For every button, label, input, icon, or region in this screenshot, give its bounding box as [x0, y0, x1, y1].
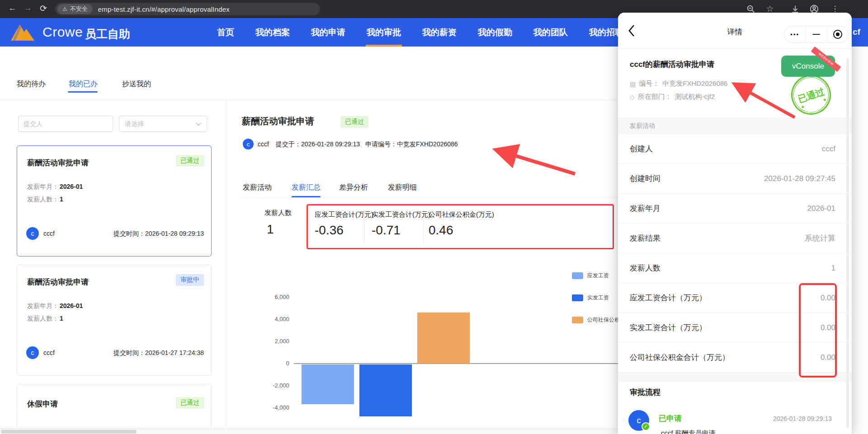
section-label: 发薪活动 [630, 122, 655, 130]
detail-tab-diff[interactable]: 差异分析 [339, 183, 368, 192]
status-badge: 审批中 [176, 274, 204, 286]
status-select[interactable]: 请选择 [119, 116, 207, 132]
stat-social-value: 0.46 [429, 223, 453, 238]
y-tick-label: -2,000 [242, 382, 289, 389]
row-label: 创建人 [630, 144, 653, 154]
card-field-month: 发薪年月：2026-01 [27, 302, 83, 310]
browser-forward-icon[interactable]: → [24, 3, 32, 13]
scrollbar-thumb[interactable] [1, 430, 137, 434]
tab-my-done[interactable]: 我的已办 [69, 79, 98, 89]
detail-tab-lines[interactable]: 发薪明细 [388, 183, 417, 192]
nav-item-my-leave[interactable]: 我的假勤 [478, 18, 512, 47]
time-label: 提交时间： [113, 349, 145, 356]
layers-icon: ▤ [630, 80, 636, 88]
panel-card-title: cccf的薪酬活动审批申请 [630, 59, 714, 70]
bar-应发工资 [302, 364, 354, 404]
more-icon[interactable]: ••• [784, 26, 805, 42]
stat-people-label: 发薪人数 [264, 209, 292, 217]
detail-username: cccf [258, 140, 269, 148]
nav-item-my-approvals[interactable]: 我的审批 [367, 18, 401, 47]
stat-people-value: 1 [267, 222, 274, 237]
vconsole-button[interactable]: vConsole WEBVIEW [781, 56, 835, 77]
row-value: cccf [822, 145, 835, 154]
no-label: 申请编号： [365, 140, 397, 148]
browser-back-icon[interactable]: ← [8, 3, 17, 13]
check-icon: ✓ [642, 422, 650, 431]
card-title: 休假申请 [27, 399, 58, 409]
detail-title: 薪酬活动审批申请 [242, 115, 314, 127]
legend-swatch [572, 294, 583, 301]
tabs-divider [0, 100, 618, 100]
row-label: 发薪人数 [630, 263, 660, 273]
detail-overlay-panel: 详情 ••• — cccf的薪酬活动审批申请 ▤ 编号：中竞发FXHD20260… [618, 13, 852, 434]
y-tick-label: 4,000 [242, 316, 289, 322]
panel-meta-number: ▤ 编号：中竞发FXHD2026086 [630, 79, 727, 88]
approval-card-2[interactable]: 薪酬活动审批申请 审批中 发薪年月：2026-01 发薪人数：1 c cccf … [17, 265, 212, 376]
nav-item-my-files[interactable]: 我的档案 [255, 18, 290, 47]
active-nav-underline [366, 45, 402, 47]
panel-section-activity: 发薪活动 [618, 117, 852, 134]
nav-item-my-team[interactable]: 我的团队 [533, 18, 568, 47]
tab-my-todo[interactable]: 我的待办 [17, 79, 46, 89]
submitter-search-input[interactable] [18, 116, 113, 132]
nav-menu: 首页 我的档案 我的申请 我的审批 我的薪资 我的假勤 我的团队 我的招聘 [217, 18, 623, 47]
security-label: 不安全 [70, 5, 88, 13]
card-submit-time: 提交时间：2026-01-27 17:24:38 [113, 349, 204, 357]
salary-bar-chart: 6,0004,0002,0000-2,000-4,000 应发工资实发工资公司社… [242, 270, 618, 429]
detail-submit-time: 提交于：2026-01-28 09:29:13 [276, 140, 360, 149]
row-value: 2026-01 [807, 204, 835, 213]
row-value: 1 [831, 264, 835, 273]
security-chip[interactable]: ⚠ 不安全 [57, 4, 93, 14]
vconsole-label: vConsole [792, 62, 824, 71]
card-username: cccf [43, 230, 55, 237]
address-bar[interactable]: ⚠ 不安全 emp-test.zjf-it.cn/#/approval/appr… [55, 3, 320, 15]
nav-item-home[interactable]: 首页 [217, 18, 234, 47]
legend-label: 实发工资 [587, 294, 609, 302]
chevron-down-icon [196, 122, 201, 126]
nav-item-my-applications[interactable]: 我的申请 [311, 18, 345, 47]
legend-item-应发工资[interactable]: 应发工资 [572, 272, 618, 280]
legend-item-公司社保公积金[interactable]: 公司社保公积金 [572, 316, 618, 324]
row-value: 2026-01-28 09:27:45 [764, 174, 835, 183]
field-value: 2026-01 [60, 302, 83, 309]
url-text[interactable]: emp-test.zjf-it.cn/#/approval/approvalIn… [98, 5, 230, 13]
stat-net-label: 实发工资合计(万元) [372, 210, 430, 219]
card-field-count: 发薪人数：1 [27, 315, 63, 323]
y-tick-label: 2,000 [242, 338, 289, 345]
row-value: 0.00 [821, 353, 835, 362]
status-badge: 已通过 [176, 155, 204, 167]
time-label: 提交时间： [113, 230, 145, 237]
row-label: 公司社保公积金合计（万元） [630, 352, 730, 363]
nav-item-my-salary[interactable]: 我的薪资 [422, 18, 457, 47]
detail-status-badge: 已通过 [340, 116, 368, 128]
legend-item-实发工资[interactable]: 实发工资 [572, 294, 618, 302]
approval-card-3[interactable]: 休假申请 已通过 [17, 384, 212, 434]
app-name: 员工自助 [85, 27, 130, 42]
card-field-count: 发薪人数：1 [27, 196, 63, 204]
card-title: 薪酬活动审批申请 [27, 277, 89, 287]
nav-username-clipped[interactable]: cf [853, 27, 860, 37]
avatar: c [26, 346, 39, 359]
time-value: 2026-01-28 09:29:13 [145, 230, 204, 237]
panel-scrollbar[interactable] [846, 58, 849, 428]
row-social-total: 公司社保公积金合计（万元）0.00 [618, 343, 852, 373]
browser-reload-icon[interactable]: ⟳ [40, 3, 47, 14]
flow-description: cccf 薪酬专员申请 [661, 429, 716, 434]
y-tick-label: 0 [242, 360, 289, 367]
approval-card-1[interactable]: 薪酬活动审批申请 已通过 发薪年月：2026-01 发薪人数：1 c cccf … [17, 145, 212, 257]
minimize-icon[interactable]: — [805, 26, 826, 42]
detail-tab-activity[interactable]: 发薪活动 [243, 183, 272, 192]
status-badge: 已通过 [176, 397, 204, 409]
row-label: 实发工资合计（万元） [630, 322, 707, 333]
stat-social-label: 公司社保公积金(万元) [429, 210, 494, 219]
horizontal-scrollbar[interactable] [0, 429, 618, 434]
nav-item-label: 我的审批 [367, 27, 401, 38]
tab-cc-me[interactable]: 抄送我的 [122, 79, 151, 89]
section-gap [618, 373, 852, 382]
meta-value: 中竞发FXHD2026086 [662, 79, 727, 88]
annotation-arrow-application-no [488, 142, 583, 183]
panel-field-rows: 创建人cccf 创建时间2026-01-28 09:27:45 发薪年月2026… [618, 134, 852, 373]
detail-tab-summary[interactable]: 发薪汇总 [292, 183, 321, 192]
card-submit-time: 提交时间：2026-01-28 09:29:13 [113, 230, 204, 238]
record-close-icon[interactable] [827, 26, 848, 42]
